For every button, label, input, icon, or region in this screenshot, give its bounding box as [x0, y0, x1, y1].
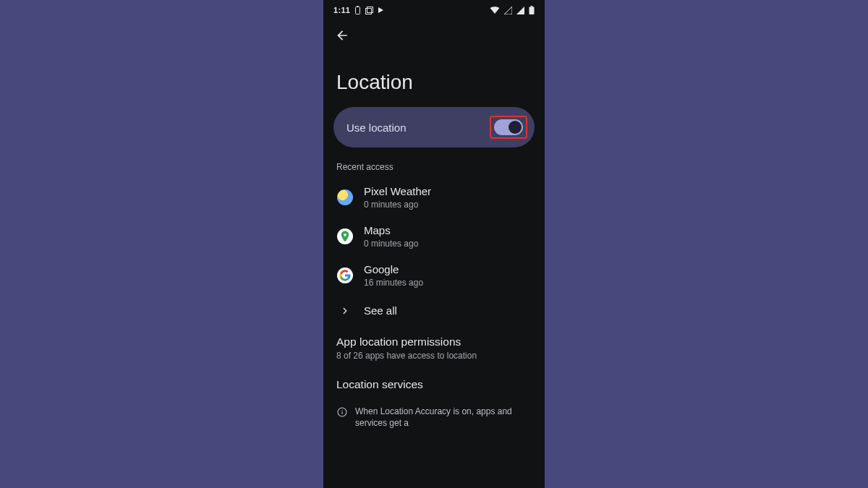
- screenshot-icon: [365, 7, 373, 14]
- svg-rect-0: [356, 7, 360, 14]
- toolbar: [323, 20, 545, 51]
- maps-app-icon: [337, 228, 353, 244]
- see-all-label: See all: [364, 304, 397, 317]
- back-button[interactable]: [331, 24, 354, 47]
- pixel-weather-app-icon: [337, 189, 353, 205]
- svg-point-6: [344, 234, 346, 236]
- svg-rect-9: [341, 410, 342, 411]
- recent-app-title: Maps: [364, 224, 418, 237]
- use-location-toggle[interactable]: [494, 119, 523, 135]
- chevron-right-icon: [336, 302, 354, 320]
- recent-app-sub: 16 minutes ago: [364, 278, 423, 288]
- svg-rect-8: [341, 411, 342, 414]
- recent-app-title: Google: [364, 263, 423, 276]
- battery-icon: [529, 6, 535, 14]
- signal-icon: [516, 7, 524, 14]
- wifi-icon: [490, 7, 500, 14]
- toggle-highlight: [490, 116, 527, 139]
- location-services-row[interactable]: Location services: [323, 365, 545, 395]
- recent-app-sub: 0 minutes ago: [364, 200, 431, 210]
- recent-app-pixel-weather[interactable]: Pixel Weather 0 minutes ago: [323, 178, 545, 217]
- arrow-back-icon: [335, 28, 349, 43]
- page-title: Location: [323, 51, 545, 107]
- info-icon: [336, 406, 348, 421]
- recent-app-sub: 0 minutes ago: [364, 239, 418, 249]
- svg-rect-3: [367, 7, 373, 12]
- permissions-title: App location permissions: [336, 335, 532, 348]
- battery-small-icon: [354, 6, 361, 14]
- location-accuracy-info: When Location Accuracy is on, apps and s…: [323, 395, 545, 429]
- app-location-permissions-row[interactable]: App location permissions 8 of 26 apps ha…: [323, 327, 545, 365]
- see-all-row[interactable]: See all: [323, 295, 545, 327]
- svg-rect-1: [357, 6, 359, 7]
- use-location-row[interactable]: Use location: [333, 107, 535, 147]
- permissions-sub: 8 of 26 apps have access to location: [336, 351, 532, 361]
- recent-app-title: Pixel Weather: [364, 185, 431, 198]
- toggle-knob: [509, 121, 522, 134]
- services-title: Location services: [336, 378, 532, 391]
- signal-empty-icon: [504, 7, 512, 14]
- svg-rect-2: [366, 8, 372, 14]
- svg-rect-4: [529, 7, 535, 15]
- status-time: 1:11: [333, 6, 350, 14]
- phone-frame: 1:11: [323, 0, 545, 488]
- play-icon: [378, 7, 384, 14]
- recent-app-maps[interactable]: Maps 0 minutes ago: [323, 217, 545, 256]
- info-text: When Location Accuracy is on, apps and s…: [355, 406, 532, 429]
- recent-app-google[interactable]: Google 16 minutes ago: [323, 256, 545, 295]
- google-app-icon: [337, 267, 353, 283]
- recent-access-heading: Recent access: [323, 147, 545, 178]
- status-bar: 1:11: [323, 0, 545, 20]
- svg-rect-5: [531, 6, 533, 7]
- use-location-label: Use location: [346, 121, 407, 134]
